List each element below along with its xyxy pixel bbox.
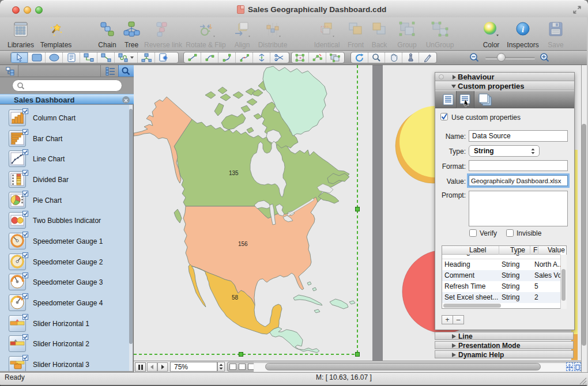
svg-text:58: 58	[232, 294, 239, 301]
svg-text:156: 156	[238, 241, 248, 247]
svg-text:135: 135	[229, 170, 239, 176]
